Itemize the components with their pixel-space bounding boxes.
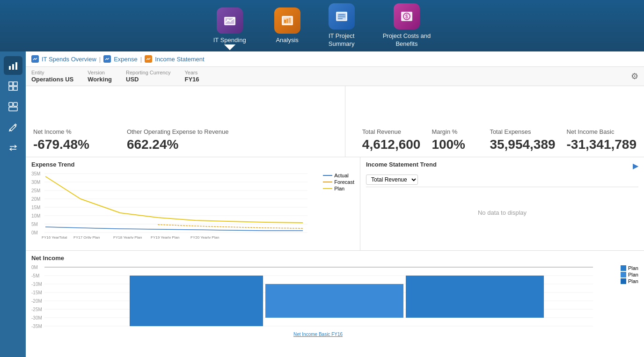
nav-it-spending[interactable]: IT Spending: [213, 7, 246, 44]
svg-text:15M: 15M: [31, 205, 40, 210]
svg-text:35M: 35M: [31, 171, 40, 176]
kpi-net-income-basic: Net Income Basic -31,341,789: [567, 128, 637, 152]
svg-rect-9: [289, 18, 291, 23]
svg-point-2: [227, 19, 229, 21]
svg-rect-24: [9, 87, 13, 90]
currency-value: USD: [126, 76, 170, 83]
legend-plan-3-label: Plan: [628, 278, 638, 284]
svg-rect-70: [265, 284, 403, 318]
breadcrumb-income-statement[interactable]: Income Statement: [155, 56, 205, 63]
svg-rect-26: [9, 102, 13, 106]
kpi-total-expenses: Total Expenses 35,954,389: [490, 128, 555, 152]
svg-rect-15: [339, 14, 344, 15]
svg-rect-23: [14, 82, 17, 86]
project-costs-icon: $: [394, 3, 420, 29]
svg-text:FY18 Yearly Plan: FY18 Yearly Plan: [113, 235, 142, 239]
svg-rect-27: [14, 102, 17, 106]
no-data-message: No data to display: [366, 189, 638, 236]
nav-analysis[interactable]: Analysis: [274, 7, 300, 44]
years-value: FY16: [184, 76, 199, 83]
version-label: Version: [88, 70, 112, 75]
svg-text:-5M: -5M: [31, 273, 39, 278]
nav-project-costs[interactable]: $ Project Costs andBenefits: [383, 3, 431, 48]
svg-text:20M: 20M: [31, 197, 40, 202]
legend-plan-label: Plan: [334, 186, 344, 191]
total-expenses-label: Total Expenses: [490, 128, 555, 135]
breadcrumb-icon-2: [103, 55, 111, 63]
legend-plan-line: [323, 188, 332, 189]
sidebar-pen-icon[interactable]: [4, 118, 22, 137]
kpi-area: Net Income % -679.48% Other Operating Ex…: [26, 86, 644, 157]
svg-text:$: $: [405, 14, 408, 19]
net-income-pct-label: Net Income %: [33, 128, 89, 135]
svg-text:FY20 Yearly Plan: FY20 Yearly Plan: [190, 235, 219, 239]
kpi-margin-pct: Margin % 100%: [432, 128, 478, 152]
legend-forecast-line: [323, 182, 332, 182]
margin-pct-label: Margin %: [432, 128, 478, 135]
it-project-icon: [329, 3, 355, 29]
kpi-chart-placeholder: [33, 91, 337, 128]
net-income-basic-label: Net Income Basic: [567, 128, 637, 135]
legend-forecast-label: Forecast: [334, 179, 354, 185]
svg-rect-7: [284, 20, 286, 23]
total-expenses-value: 35,954,389: [490, 137, 555, 152]
sidebar-grid-icon[interactable]: [4, 77, 22, 95]
svg-text:FY17 Qrtly Plan: FY17 Qrtly Plan: [73, 235, 100, 239]
net-income-basic-value: -31,341,789: [567, 137, 637, 152]
svg-rect-71: [406, 276, 544, 318]
net-income-pct-value: -679.48%: [33, 137, 89, 152]
svg-text:10M: 10M: [31, 213, 40, 219]
top-navigation: IT Spending Analysis IT Pr: [0, 0, 644, 51]
project-costs-label: Project Costs andBenefits: [383, 32, 431, 48]
breadcrumb-expense[interactable]: Expense: [114, 56, 138, 63]
breadcrumb-it-spends[interactable]: IT Spends Overview: [42, 56, 96, 63]
filter-entity: Entity Operations US: [31, 70, 73, 83]
svg-text:FY16 YearTotal: FY16 YearTotal: [42, 235, 67, 239]
svg-text:-20M: -20M: [31, 299, 42, 304]
income-trend-dropdown[interactable]: Total Revenue: [366, 175, 418, 185]
svg-rect-22: [9, 82, 13, 86]
total-revenue-label: Total Revenue: [362, 128, 421, 135]
expense-trend-legend: Actual Forecast Plan: [323, 171, 354, 240]
income-trend-title: Income Statement Trend: [366, 161, 437, 168]
it-spending-label: IT Spending: [213, 36, 246, 44]
svg-text:Net Income Basic FY16: Net Income Basic FY16: [293, 332, 343, 337]
svg-point-4: [233, 17, 235, 19]
kpi-net-income-pct: Net Income % -679.48%: [33, 128, 89, 152]
sidebar-chart-icon[interactable]: [4, 56, 22, 75]
svg-rect-69: [130, 276, 263, 326]
svg-text:-10M: -10M: [31, 282, 42, 287]
analysis-icon: [274, 7, 300, 34]
legend-sq-2: [621, 272, 626, 277]
nav-arrow: [224, 44, 235, 50]
currency-label: Reporting Currency: [126, 70, 170, 75]
breadcrumb-sep-2: |: [140, 56, 142, 63]
sidebar-widget-icon[interactable]: [4, 97, 22, 116]
legend-plan-3: Plan: [621, 278, 638, 284]
it-spending-icon: [217, 7, 243, 34]
charts-area: Expense Trend 35M 30M 25M 20M 15M 10M 5M…: [26, 157, 644, 251]
net-income-panel: Net Income 0M -5M -10M -15M -20M -25M -3…: [26, 251, 644, 346]
svg-text:0M: 0M: [31, 230, 38, 235]
svg-rect-25: [14, 87, 17, 90]
entity-value: Operations US: [31, 76, 73, 83]
legend-plan-2: Plan: [621, 272, 638, 277]
svg-text:FY19 Yearly Plan: FY19 Yearly Plan: [151, 235, 179, 239]
legend-sq-1: [621, 265, 626, 271]
legend-plan: Plan: [323, 186, 354, 191]
chart-controls: Total Revenue: [366, 175, 638, 185]
sidebar-transfer-icon[interactable]: [4, 138, 22, 157]
kpi-other-op-expense: Other Operating Expense to Revenue 662.2…: [127, 128, 229, 152]
filter-version: Version Working: [88, 70, 112, 83]
main-content: IT Spends Overview | Expense | Income St…: [26, 51, 644, 357]
income-trend-forward-icon[interactable]: ▶: [633, 161, 638, 170]
other-op-value: 662.24%: [127, 137, 229, 152]
margin-pct-value: 100%: [432, 137, 478, 152]
svg-text:-25M: -25M: [31, 307, 42, 312]
svg-text:5M: 5M: [31, 222, 38, 227]
kpi-left-panel: Net Income % -679.48% Other Operating Ex…: [26, 86, 345, 157]
kpi-total-revenue: Total Revenue 4,612,600: [362, 128, 421, 152]
nav-it-project-summary[interactable]: IT ProjectSummary: [329, 3, 355, 48]
svg-text:0M: 0M: [31, 265, 38, 270]
entity-label: Entity: [31, 70, 73, 75]
